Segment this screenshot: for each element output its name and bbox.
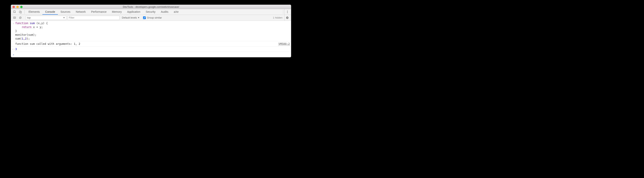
tab-memory[interactable]: Memory (109, 9, 124, 15)
tab-performance[interactable]: Performance (88, 9, 109, 15)
tab-label: Memory (112, 10, 122, 13)
tab-label: aXe (174, 10, 178, 13)
tab-label: Elements (28, 10, 40, 13)
tab-application[interactable]: Application (124, 9, 143, 15)
chevron-down-icon: ▼ (138, 17, 140, 19)
group-similar-checkbox[interactable]: Group similar (142, 16, 163, 19)
tab-label: Performance (91, 10, 106, 13)
console-settings-icon[interactable] (284, 15, 290, 21)
tab-label: Sources (60, 10, 70, 13)
input-chevron-icon: › (12, 21, 15, 41)
tab-label: Audits (161, 10, 168, 13)
chevron-down-icon: ▼ (63, 17, 65, 19)
tab-label: Network (76, 10, 86, 13)
console-log-message: function sum called with arguments: 1, 2 (15, 42, 276, 46)
tab-network[interactable]: Network (73, 9, 88, 15)
console-body: › function sum (x,y) { return x + y; } m… (11, 21, 291, 57)
svg-rect-2 (20, 11, 22, 13)
console-return-value: 3 (15, 47, 290, 51)
tab-elements[interactable]: Elements (26, 9, 42, 15)
console-log-row: function sum called with arguments: 1, 2… (11, 41, 291, 47)
prompt-chevron-icon: › (12, 53, 15, 57)
execution-context-select[interactable]: top ▼ (26, 16, 66, 20)
tab-label: Application (127, 10, 140, 13)
tab-audits[interactable]: Audits (158, 9, 171, 15)
levels-label: Default levels (122, 16, 137, 19)
console-input-row: › function sum (x,y) { return x + y; } m… (11, 21, 291, 41)
device-toolbar-icon[interactable] (18, 9, 23, 15)
more-menu-icon[interactable] (284, 9, 290, 15)
clear-console-icon[interactable] (18, 16, 22, 20)
log-levels-select[interactable]: Default levels ▼ (121, 16, 141, 19)
log-gutter (12, 42, 15, 46)
hidden-messages-count[interactable]: 1 hidden (273, 16, 283, 19)
filter-input[interactable] (68, 16, 120, 20)
tab-label: Security (146, 10, 156, 13)
tab-sources[interactable]: Sources (58, 9, 73, 15)
tab-axe[interactable]: aXe (171, 9, 181, 15)
separator (24, 10, 25, 14)
window-title: DevTools - developers.google.com/web/sho… (11, 6, 291, 8)
log-source-link[interactable]: VM580:2 (276, 42, 290, 46)
separator (283, 10, 283, 14)
console-toolbar: top ▼ Default levels ▼ Group similar 1 h… (11, 15, 291, 21)
context-value: top (27, 16, 31, 19)
tab-label: Console (45, 10, 55, 13)
return-chevron-icon: ‹⋅ (12, 47, 15, 51)
titlebar: DevTools - developers.google.com/web/sho… (11, 5, 291, 9)
inspect-element-icon[interactable] (12, 9, 18, 15)
tab-security[interactable]: Security (143, 9, 158, 15)
group-similar-label: Group similar (147, 16, 162, 19)
tab-console[interactable]: Console (42, 9, 58, 15)
console-prompt-input[interactable] (15, 53, 290, 57)
group-similar-input[interactable] (143, 17, 146, 19)
devtools-window: DevTools - developers.google.com/web/sho… (11, 5, 291, 57)
console-prompt-row[interactable]: › (11, 52, 291, 57)
panel-tabstrip: Elements Console Sources Network Perform… (11, 9, 291, 15)
console-input-code[interactable]: function sum (x,y) { return x + y; } mon… (15, 21, 290, 41)
console-return-row: ‹⋅ 3 (11, 47, 291, 52)
toggle-sidebar-icon[interactable] (12, 16, 17, 20)
